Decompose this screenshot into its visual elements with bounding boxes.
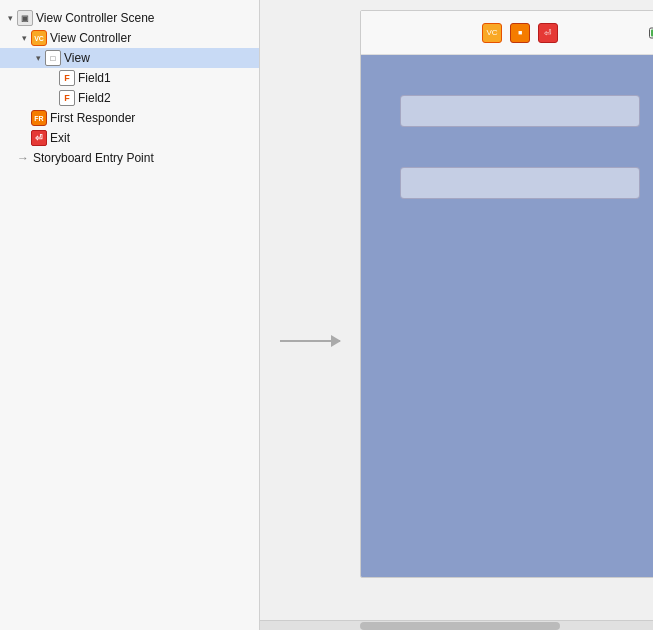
iphone-content [361,55,653,577]
disclosure-arrow[interactable] [32,52,44,64]
view-label: View [64,51,90,65]
canvas-scrollbar-thumb[interactable] [360,622,560,630]
sidebar-item-exit[interactable]: ⏎ Exit [0,128,259,148]
field2-icon: F [59,90,75,106]
battery-icon [649,27,653,38]
sidebar-item-first-responder[interactable]: FR First Responder [0,108,259,128]
textfield1[interactable] [400,95,640,127]
sidebar-item-view-controller-scene[interactable]: ▣ View Controller Scene [0,8,259,28]
main-container: ▣ View Controller Scene VC View Controll… [0,0,653,630]
viewcontroller-label: View Controller [50,31,131,45]
arrow-line [280,340,340,342]
field1-label: Field1 [78,71,111,85]
statusbar-icon-firstresponder: ■ [510,23,530,43]
statusbar-icon-exit: ⏎ [538,23,558,43]
viewcontroller-icon: VC [31,30,47,46]
field2-label: Field2 [78,91,111,105]
sidebar-item-view[interactable]: □ View [0,48,259,68]
disclosure-arrow[interactable] [4,12,16,24]
sidebar-item-field1[interactable]: F Field1 [0,68,259,88]
sidebar-item-storyboard-entry[interactable]: → Storyboard Entry Point [0,148,259,168]
disclosure-arrow[interactable] [18,32,30,44]
storyboard-entry-label: Storyboard Entry Point [33,151,154,165]
firstresponder-icon: FR [31,110,47,126]
exit-label: Exit [50,131,70,145]
view-icon: □ [45,50,61,66]
canvas-horizontal-scrollbar[interactable] [260,620,653,630]
entry-point-arrow [280,340,340,342]
scene-icon: ▣ [17,10,33,26]
storyboard-entry-arrow-icon: → [17,151,29,165]
firstresponder-label: First Responder [50,111,135,125]
canvas: VC ■ ⏎ [260,0,653,630]
sidebar-item-view-controller[interactable]: VC View Controller [0,28,259,48]
document-outline: ▣ View Controller Scene VC View Controll… [0,0,260,630]
field1-icon: F [59,70,75,86]
scene-label: View Controller Scene [36,11,155,25]
iphone-statusbar: VC ■ ⏎ [361,11,653,55]
statusbar-icon-viewcontroller: VC [482,23,502,43]
textfield2[interactable] [400,167,640,199]
iphone-frame: VC ■ ⏎ [360,10,653,578]
exit-icon: ⏎ [31,130,47,146]
sidebar-item-field2[interactable]: F Field2 [0,88,259,108]
